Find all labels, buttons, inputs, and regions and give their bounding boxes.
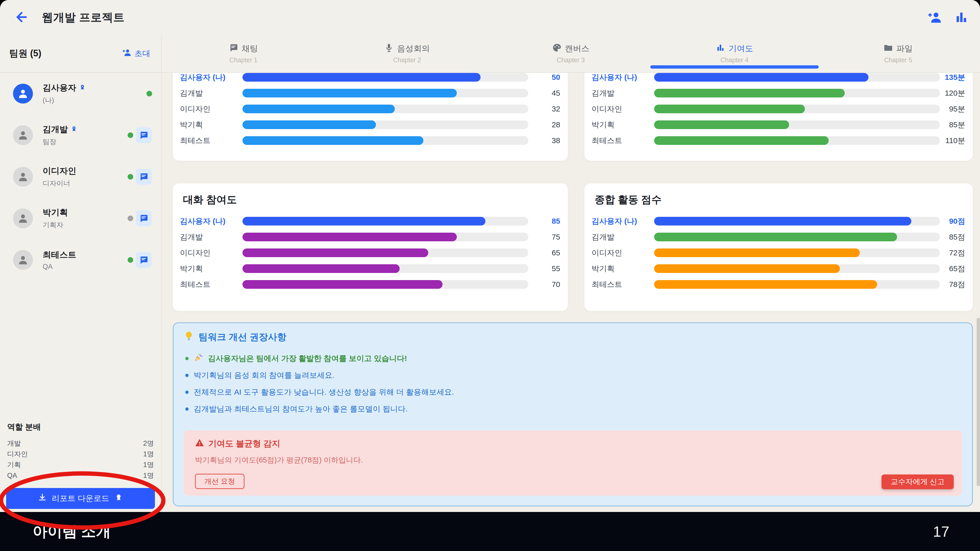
stats-icon[interactable] xyxy=(954,10,969,25)
chart-row: 최테스트78점 xyxy=(584,276,973,292)
sidebar: 김사용자(나)김개발팀장이디자인디자이너박기획기획자최테스트QA 역할 분배 개… xyxy=(0,73,162,512)
member-row[interactable]: 이디자인디자이너 xyxy=(0,156,161,197)
member-role: 기획자 xyxy=(43,221,68,230)
tab-label: 파일 xyxy=(896,43,913,54)
chart-row: 이디자인95분 xyxy=(584,101,973,117)
chart-row-value: 120분 xyxy=(945,88,965,98)
chart-row-label: 이디자인 xyxy=(180,104,240,114)
bar xyxy=(242,280,442,289)
chat-button[interactable] xyxy=(136,127,151,143)
member-row[interactable]: 박기획기획자 xyxy=(0,197,161,239)
chat-button[interactable] xyxy=(136,169,151,185)
chart-row-value: 95분 xyxy=(949,104,965,114)
tab-bar: 채팅Chapter 1음성회의Chapter 2캔버스Chapter 3기여도C… xyxy=(162,35,980,72)
bar xyxy=(654,121,789,129)
medal-icon xyxy=(115,493,123,504)
chart-row-label: 이디자인 xyxy=(180,248,240,258)
chart-row-value: 32 xyxy=(552,105,560,113)
bar xyxy=(242,248,428,257)
member-row[interactable]: 김사용자(나) xyxy=(0,73,161,114)
bar xyxy=(242,217,485,225)
status-dot xyxy=(127,216,133,221)
chart-row-label: 김사용자 (나) xyxy=(180,73,240,83)
add-member-icon[interactable] xyxy=(928,10,942,25)
role-label: 기획 xyxy=(7,460,21,469)
chart-row: 최테스트38 xyxy=(173,133,568,148)
chart-row-label: 최테스트 xyxy=(180,135,240,146)
bar-track xyxy=(654,89,940,97)
badge-medal-icon xyxy=(70,125,78,135)
chart-row: 김개발75 xyxy=(173,229,568,245)
avatar xyxy=(13,167,33,187)
contribution-panel: 김사용자 (나)50김개발45이디자인32박기획28최테스트38 김사용자 (나… xyxy=(162,73,980,512)
chart-row-label: 김사용자 (나) xyxy=(592,216,652,227)
recommendation-text: 김개발님과 최테스트님의 참여도가 높아 좋은 롤모델이 됩니다. xyxy=(194,404,407,414)
bar-track xyxy=(654,136,940,145)
total-activity-chart-card: 종합 활동 점수 김사용자 (나)90점김개발85점이디자인72점박기획65점최… xyxy=(584,183,973,311)
chart-row-label: 이디자인 xyxy=(592,104,652,114)
tab-chapter-5[interactable]: 파일Chapter 5 xyxy=(816,35,980,72)
chart-row-label: 김개발 xyxy=(592,232,652,242)
recommendation-list: 김사용자님은 팀에서 가장 활발한 참여를 보이고 있습니다!박기획님의 음성 … xyxy=(185,350,972,417)
tab-chapter-4[interactable]: 기여도Chapter 4 xyxy=(652,35,816,72)
role-count: 1명 xyxy=(143,471,154,480)
chart-row-value: 65점 xyxy=(949,264,965,274)
bar xyxy=(654,105,805,113)
tab-chapter: Chapter 5 xyxy=(884,56,912,64)
conversation-participation-chart-card: 대화 참여도 김사용자 (나)85김개발75이디자인65박기획55최테스트70 xyxy=(173,183,568,311)
member-role: QA xyxy=(43,263,76,271)
chart-row: 김사용자 (나)135분 xyxy=(584,73,973,85)
chat-button[interactable] xyxy=(136,210,151,226)
member-row[interactable]: 최테스트QA xyxy=(0,239,161,281)
tab-label: 기여도 xyxy=(729,43,753,54)
palette-icon xyxy=(552,43,562,54)
chart-row-label: 이디자인 xyxy=(592,248,652,258)
tab-chapter-1[interactable]: 채팅Chapter 1 xyxy=(162,35,325,72)
tab-label: 음성회의 xyxy=(397,43,430,54)
request-improvement-button[interactable]: 개선 요청 xyxy=(195,474,245,489)
lightbulb-icon xyxy=(184,331,194,343)
tab-chapter: Chapter 1 xyxy=(229,56,258,64)
report-download-button[interactable]: 리포트 다운로드 xyxy=(6,488,155,509)
member-row[interactable]: 김개발팀장 xyxy=(0,114,161,156)
bar-track xyxy=(242,105,528,113)
member-name: 김사용자 xyxy=(43,82,86,94)
sidebar-header: 팀원 (5) 초대 xyxy=(0,35,162,72)
chart-row: 박기획85분 xyxy=(584,117,973,133)
bar-track xyxy=(654,280,940,289)
role-row: 기획1명 xyxy=(7,459,154,470)
report-to-instructor-button[interactable]: 교수자에게 신고 xyxy=(881,475,954,489)
role-row: 디자인1명 xyxy=(7,449,154,459)
tab-chapter-2[interactable]: 음성회의Chapter 2 xyxy=(325,35,489,72)
recommendation-item: 김개발님과 최테스트님의 참여도가 높아 좋은 롤모델이 됩니다. xyxy=(185,400,972,417)
top-bar: 웹개발 프로젝트 xyxy=(0,0,980,35)
tab-chapter-3[interactable]: 캔버스Chapter 3 xyxy=(489,35,652,72)
recommendation-item: 박기획님의 음성 회의 참여를 늘려보세요. xyxy=(185,367,972,384)
recommendation-item: 김사용자님은 팀에서 가장 활발한 참여를 보이고 있습니다! xyxy=(185,350,972,367)
invite-button[interactable]: 초대 xyxy=(121,48,152,59)
bar-track xyxy=(242,136,528,145)
chart-row-label: 김개발 xyxy=(180,88,240,98)
scrollbar-thumb[interactable] xyxy=(977,318,980,486)
bar-track xyxy=(242,217,528,225)
recommendations-title: 팀워크 개선 권장사항 xyxy=(184,331,972,343)
chart-title: 종합 활동 점수 xyxy=(595,192,973,206)
warning-title: 기여도 불균형 감지 xyxy=(195,438,962,449)
chat-button[interactable] xyxy=(136,252,151,268)
party-icon xyxy=(194,353,203,364)
chart-row-value: 50 xyxy=(552,73,560,82)
app-window: 웹개발 프로젝트 팀원 (5) 초대 채팅Chapter 1음성회의Chapte… xyxy=(0,0,980,551)
bar-track xyxy=(242,73,528,82)
chart-row-label: 김사용자 (나) xyxy=(592,73,652,83)
recommendations-title-text: 팀워크 개선 권장사항 xyxy=(199,331,286,343)
bullet-dot xyxy=(185,357,189,360)
back-button[interactable] xyxy=(13,8,30,26)
chart-row: 김사용자 (나)85 xyxy=(173,213,568,229)
chart-row-value: 65 xyxy=(552,248,560,257)
status-dot xyxy=(127,174,133,179)
chart-row: 박기획28 xyxy=(173,117,568,133)
bar-track xyxy=(242,264,528,273)
sub-header: 팀원 (5) 초대 채팅Chapter 1음성회의Chapter 2캔버스Cha… xyxy=(0,35,980,73)
chart-row-value: 78점 xyxy=(949,279,965,290)
invite-label: 초대 xyxy=(135,48,150,59)
